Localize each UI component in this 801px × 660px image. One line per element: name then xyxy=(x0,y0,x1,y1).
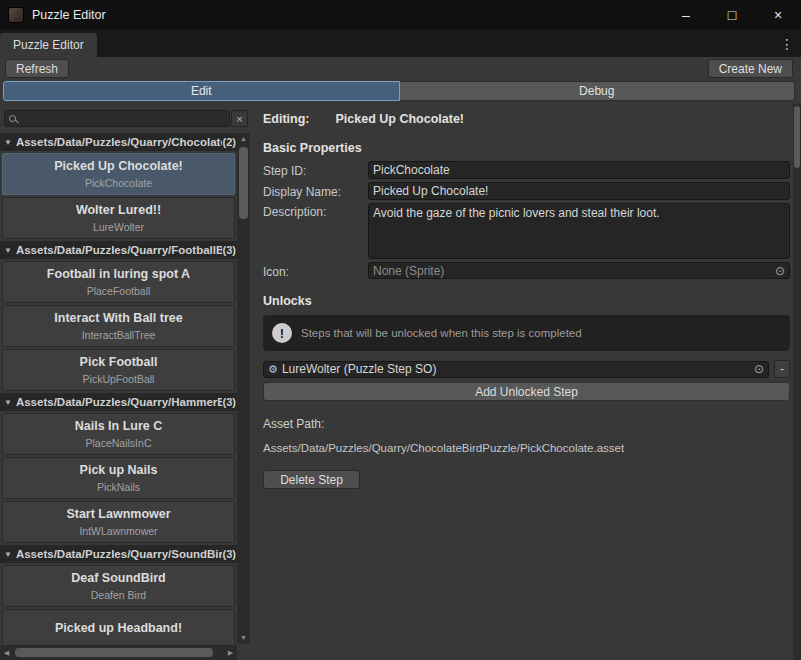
unlocked-step-object-field[interactable]: ⚙ LureWolter (Puzzle Step SO) ⊙ xyxy=(263,361,769,378)
asset-path-value: Assets/Data/Puzzles/Quarry/ChocolateBird… xyxy=(263,442,790,454)
step-title: Pick up Nails xyxy=(80,463,158,477)
window-controls: – □ × xyxy=(663,0,801,30)
list-item[interactable]: Football in luring spot A PlaceFootball xyxy=(2,261,235,303)
tab-debug[interactable]: Debug xyxy=(400,81,796,101)
maximize-button[interactable]: □ xyxy=(709,0,755,30)
asset-group-count: (2) xyxy=(222,133,237,151)
list-item[interactable]: Nails In Lure C PlaceNailsInC xyxy=(2,413,235,455)
editor-panel: Editing: Picked Up Chocolate! Basic Prop… xyxy=(255,104,790,660)
list-item[interactable]: Deaf SoundBird Deafen Bird xyxy=(2,565,235,607)
scroll-left-icon[interactable]: ◀ xyxy=(0,645,13,660)
asset-group-path: Assets/Data/Puzzles/Quarry/FootballBird xyxy=(16,244,237,256)
step-id-label: Step ID: xyxy=(263,162,368,178)
scroll-right-icon[interactable]: ▶ xyxy=(224,645,237,660)
unlocks-info-box: ! Steps that will be unlocked when this … xyxy=(263,315,790,351)
icon-object-field[interactable]: None (Sprite) ⊙ xyxy=(368,262,790,279)
step-id: LureWolter xyxy=(93,221,144,233)
step-id-input[interactable] xyxy=(368,161,790,179)
step-title: Picked Up Chocolate! xyxy=(54,159,183,173)
search-clear-button[interactable]: × xyxy=(231,110,248,127)
list-item[interactable]: Interact With Ball tree InteractBallTree xyxy=(2,305,235,347)
scroll-down-icon[interactable]: ▼ xyxy=(237,632,250,644)
title-bar: Puzzle Editor – □ × xyxy=(0,0,801,30)
step-id: PickUpFootBall xyxy=(83,373,155,385)
window-menu-icon[interactable]: ⋮ xyxy=(779,34,795,54)
icon-label: Icon: xyxy=(263,263,368,279)
step-title: Pick Football xyxy=(80,355,158,369)
list-item[interactable]: Picked up Headband! xyxy=(2,609,235,644)
unlocks-title: Unlocks xyxy=(263,294,790,308)
step-id: PlaceNailsInC xyxy=(86,437,152,449)
step-id: InteractBallTree xyxy=(82,329,156,341)
description-input[interactable]: Avoid the gaze of the picnic lovers and … xyxy=(368,203,790,259)
list-item[interactable]: Pick Football PickUpFootBall xyxy=(2,349,235,391)
editing-header: Editing: Picked Up Chocolate! xyxy=(263,112,790,126)
unlocks-info-text: Steps that will be unlocked when this st… xyxy=(301,327,582,339)
step-title: Interact With Ball tree xyxy=(54,311,182,325)
search-input[interactable] xyxy=(20,113,225,125)
asset-path-label: Asset Path: xyxy=(263,417,790,431)
toolbar: Refresh Create New xyxy=(0,57,801,80)
asset-group-path: Assets/Data/Puzzles/Quarry/SoundBird xyxy=(16,548,237,560)
foldout-arrow-icon: ▼ xyxy=(4,550,12,559)
asset-group-path: Assets/Data/Puzzles/Quarry/ChocolateBird xyxy=(16,136,237,148)
sidebar-horizontal-scrollbar[interactable]: ◀ ▶ xyxy=(0,645,237,660)
step-title: Start Lawnmower xyxy=(66,507,170,521)
asset-group-count: (3) xyxy=(222,241,237,259)
step-list: ▼ Assets/Data/Puzzles/Quarry/ChocolateBi… xyxy=(0,133,237,644)
unlocked-step-row: ⚙ LureWolter (Puzzle Step SO) ⊙ - xyxy=(263,360,790,378)
delete-step-button[interactable]: Delete Step xyxy=(263,470,360,489)
editing-label: Editing: xyxy=(263,112,310,126)
step-id: PickChocolate xyxy=(85,177,152,189)
step-id: PlaceFootball xyxy=(87,285,151,297)
tab-puzzle-editor[interactable]: Puzzle Editor xyxy=(0,33,97,57)
close-button[interactable]: × xyxy=(755,0,801,30)
step-id: PickNails xyxy=(97,481,140,493)
minimize-button[interactable]: – xyxy=(663,0,709,30)
scroll-up-icon[interactable]: ▲ xyxy=(237,133,250,145)
step-title: Football in luring spot A xyxy=(47,267,190,281)
window-title: Puzzle Editor xyxy=(32,8,106,22)
description-label: Description: xyxy=(263,203,368,219)
asset-group-header[interactable]: ▼ Assets/Data/Puzzles/Quarry/HammerBird … xyxy=(0,393,237,411)
refresh-button[interactable]: Refresh xyxy=(5,59,69,78)
doc-tab-strip: Puzzle Editor ⋮ xyxy=(0,30,801,57)
object-picker-icon[interactable]: ⊙ xyxy=(754,363,764,375)
search-box[interactable] xyxy=(4,110,230,127)
step-title: Picked up Headband! xyxy=(55,621,182,635)
editing-value: Picked Up Chocolate! xyxy=(336,112,465,126)
step-title: Nails In Lure C xyxy=(75,419,163,433)
tab-edit[interactable]: Edit xyxy=(3,81,400,101)
info-icon: ! xyxy=(272,323,292,343)
foldout-arrow-icon: ▼ xyxy=(4,398,12,407)
add-unlocked-step-button[interactable]: Add Unlocked Step xyxy=(263,382,790,401)
sidebar-vertical-scrollbar[interactable]: ▲ ▼ xyxy=(237,133,250,644)
asset-group-header[interactable]: ▼ Assets/Data/Puzzles/Quarry/ChocolateBi… xyxy=(0,133,237,151)
remove-unlocked-step-button[interactable]: - xyxy=(774,360,790,378)
window-vertical-scrollbar[interactable] xyxy=(793,104,801,660)
asset-group-path: Assets/Data/Puzzles/Quarry/HammerBird xyxy=(16,396,237,408)
foldout-arrow-icon: ▼ xyxy=(4,246,12,255)
display-name-input[interactable] xyxy=(368,182,790,200)
horizontal-scroll-thumb[interactable] xyxy=(15,648,213,657)
step-id: Deafen Bird xyxy=(91,589,146,601)
asset-group-header[interactable]: ▼ Assets/Data/Puzzles/Quarry/FootballBir… xyxy=(0,241,237,259)
list-item[interactable]: Wolter Lured!! LureWolter xyxy=(2,197,235,239)
mode-tabs: Edit Debug xyxy=(3,81,795,101)
unlocked-step-value: LureWolter (Puzzle Step SO) xyxy=(282,362,750,376)
window-scroll-thumb[interactable] xyxy=(794,106,800,168)
object-picker-icon[interactable]: ⊙ xyxy=(775,265,785,277)
display-name-label: Display Name: xyxy=(263,183,368,199)
list-item[interactable]: Picked Up Chocolate! PickChocolate xyxy=(2,153,235,195)
foldout-arrow-icon: ▼ xyxy=(4,138,12,147)
app-icon xyxy=(8,7,24,23)
create-new-button[interactable]: Create New xyxy=(708,59,793,78)
search-icon xyxy=(9,115,16,122)
icon-object-value: None (Sprite) xyxy=(373,264,771,278)
vertical-scroll-thumb[interactable] xyxy=(239,147,248,219)
asset-group-count: (3) xyxy=(222,545,237,563)
list-item[interactable]: Pick up Nails PickNails xyxy=(2,457,235,499)
list-item[interactable]: Start Lawnmower IntWLawnmower xyxy=(2,501,235,543)
asset-group-header[interactable]: ▼ Assets/Data/Puzzles/Quarry/SoundBird (… xyxy=(0,545,237,563)
step-title: Wolter Lured!! xyxy=(76,203,161,217)
